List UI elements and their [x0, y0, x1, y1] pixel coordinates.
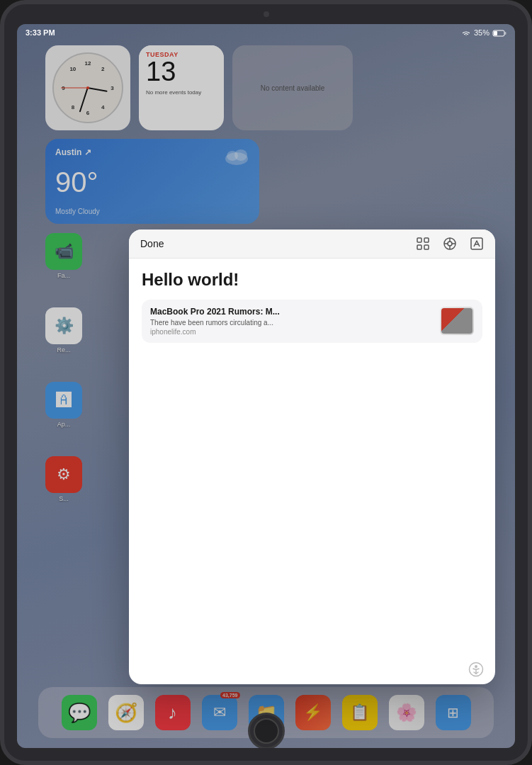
front-camera: [264, 11, 269, 17]
notes-toolbar-icons: [416, 237, 484, 251]
notes-popup[interactable]: Done: [129, 230, 495, 684]
ipad-frame: 3:33 PM 35%: [0, 0, 532, 765]
share-icon[interactable]: [443, 237, 457, 251]
notes-title: Hello world!: [142, 270, 482, 290]
link-url: iphonelife.com: [150, 328, 433, 336]
done-button[interactable]: Done: [140, 238, 164, 249]
svg-rect-6: [417, 238, 421, 242]
status-time: 3:33 PM: [26, 28, 55, 37]
status-bar: 3:33 PM 35%: [17, 24, 515, 41]
notes-content: Hello world! MacBook Pro 2021 Rumors: M.…: [129, 259, 495, 654]
notes-footer: [129, 654, 495, 684]
compose-icon[interactable]: [470, 237, 484, 251]
svg-point-11: [448, 242, 452, 246]
svg-point-18: [475, 665, 477, 668]
link-title: MacBook Pro 2021 Rumors: M...: [150, 307, 433, 317]
link-thumbnail: [440, 307, 474, 335]
notes-link-content: MacBook Pro 2021 Rumors: M... There have…: [150, 307, 433, 336]
wifi-icon: [461, 28, 471, 37]
battery-percentage: 35%: [474, 28, 489, 37]
notes-toolbar: Done: [129, 230, 495, 259]
link-desc: There have been rumors circulating a...: [150, 319, 433, 327]
svg-rect-2: [494, 31, 497, 35]
ipad-screen: 3:33 PM 35%: [17, 24, 515, 748]
svg-rect-9: [424, 245, 429, 249]
grid-icon[interactable]: [416, 237, 430, 251]
svg-rect-7: [424, 238, 429, 242]
svg-rect-16: [471, 238, 482, 249]
notes-link-card[interactable]: MacBook Pro 2021 Rumors: M... There have…: [142, 300, 482, 343]
svg-rect-8: [417, 245, 421, 249]
accessibility-icon: [468, 662, 484, 677]
battery-icon: [492, 28, 506, 37]
svg-rect-1: [505, 32, 506, 35]
status-right: 35%: [461, 28, 506, 37]
